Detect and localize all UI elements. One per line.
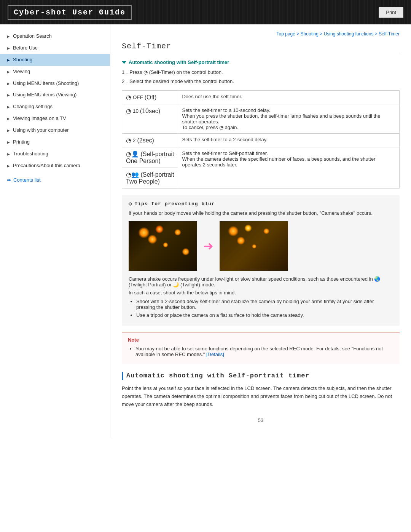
page-number: 53 (122, 411, 400, 426)
list-item: You may not be able to set some function… (135, 346, 393, 357)
triangle-icon (122, 61, 126, 64)
note-box: Note You may not be able to set some fun… (122, 332, 400, 364)
bottom-section-title: Automatic shooting with Self-portrait ti… (122, 372, 400, 380)
tips-text1: If your hands or body moves while holdin… (129, 210, 393, 216)
print-button[interactable]: Print (379, 7, 403, 18)
table-cell-desc: Does not use the self-timer. (178, 91, 400, 104)
sidebar-item-operation-search[interactable]: ▶ Operation Search (0, 30, 110, 42)
breadcrumb-current: Self-Timer (379, 31, 400, 37)
sidebar-item-shooting[interactable]: ▶ Shooting (0, 54, 110, 66)
breadcrumb-sep1: > (295, 31, 301, 37)
light-dot (138, 227, 150, 238)
photo-before (129, 221, 197, 271)
breadcrumb-sep2: > (319, 31, 324, 37)
sidebar-label: Before Use (13, 45, 38, 51)
step-2: 2．Select the desired mode with the contr… (122, 78, 400, 85)
light-dot (228, 226, 239, 236)
table-cell-icon: ◔👤 (Self-portraitOne Person) (122, 147, 178, 168)
sidebar-label: Troubleshooting (13, 151, 48, 157)
list-item: Shoot with a 2-second delay self-timer a… (136, 299, 393, 310)
breadcrumb-using[interactable]: Using shooting functions (324, 31, 374, 37)
sidebar-item-menu-shooting[interactable]: ▶ Using MENU items (Shooting) (0, 78, 110, 89)
sidebar-label: Precautions/About this camera (13, 163, 80, 169)
sidebar-label: Shooting (13, 57, 32, 63)
note-list: You may not be able to set some function… (135, 346, 393, 357)
breadcrumb-top[interactable]: Top page (277, 31, 295, 37)
arrow-icon: ▶ (7, 128, 10, 133)
sidebar-item-computer[interactable]: ▶ Using with your computer (0, 125, 110, 136)
tips-text3: In such a case, shoot with the below tip… (129, 290, 393, 296)
main-content: Top page > Shooting > Using shooting fun… (110, 24, 411, 438)
arrow-icon: ▶ (7, 81, 10, 86)
light-dot (174, 229, 181, 236)
sidebar-label: Using with your computer (13, 127, 69, 134)
table-cell-icon: ◔OFF (Off) (122, 91, 178, 104)
arrow-right-icon: ➡ (7, 177, 11, 183)
auto-portrait-heading: Automatic shooting with Self-portrait ti… (122, 59, 400, 65)
breadcrumb-sep3: > (373, 31, 379, 37)
page-body: ▶ Operation Search ▶ Before Use ▶ Shooti… (0, 24, 411, 438)
app-title: Cyber-shot User Guide (8, 5, 132, 20)
table-cell-desc: Sets the self-timer to a 2-second delay. (178, 134, 400, 147)
contents-list-link[interactable]: ➡ Contents list (0, 173, 110, 187)
self-portrait-two-icon: ◔👥 (Self-portraitTwo People) (126, 171, 174, 185)
gear-icon: ⚙ (129, 201, 132, 207)
light-dot (155, 225, 164, 233)
tips-box: ⚙ Tips for preventing blur If your hands… (122, 195, 400, 326)
tips-text2: Camera shake occurs frequently under low… (129, 276, 393, 288)
light-dot (182, 248, 190, 256)
details-link[interactable]: [Details] (206, 351, 224, 357)
arrow-icon: ▶ (7, 69, 10, 74)
auto-portrait-label: Automatic shooting with Self-portrait ti… (129, 59, 229, 65)
light-dot (244, 224, 252, 232)
arrow-icon: ▶ (7, 163, 10, 168)
sidebar-label: Viewing (13, 69, 30, 75)
light-dot (252, 244, 256, 249)
tips-bullet-list: Shoot with a 2-second delay self-timer a… (136, 299, 393, 318)
self-portrait-one-icon: ◔👤 (Self-portraitOne Person) (126, 150, 174, 165)
arrow-icon: ▶ (7, 93, 10, 97)
sidebar-item-changing-settings[interactable]: ▶ Changing settings (0, 101, 110, 113)
table-row: ◔👤 (Self-portraitOne Person) Sets the se… (122, 147, 400, 168)
sidebar-item-printing[interactable]: ▶ Printing (0, 136, 110, 148)
photo-lights-after (220, 221, 288, 271)
sidebar-label: Changing settings (13, 104, 53, 110)
table-cell-icon: ◔👥 (Self-portraitTwo People) (122, 168, 178, 189)
arrow-icon: ▶ (7, 46, 10, 51)
light-dot (237, 236, 245, 245)
light-dot (163, 242, 168, 248)
arrow-icon: ▶ (7, 140, 10, 145)
sidebar-item-before-use[interactable]: ▶ Before Use (0, 42, 110, 54)
sidebar-label: Using MENU items (Shooting) (13, 80, 79, 87)
off-icon: ◔OFF (Off) (126, 94, 156, 101)
arrow-right-pink-icon: ➜ (203, 239, 213, 253)
step-1: 1．Press ◔ (Self-Timer) on the control bu… (122, 69, 400, 76)
table-row: ◔OFF (Off) Does not use the self-timer. (122, 91, 400, 104)
sidebar-item-troubleshooting[interactable]: ▶ Troubleshooting (0, 148, 110, 160)
bottom-section-text: Point the lens at yourself so your face … (122, 385, 400, 408)
table-row: ◔10 (10sec) Sets the self-timer to a 10-… (122, 104, 400, 134)
tips-title-label: Tips for preventing blur (134, 201, 215, 207)
sidebar-label: Printing (13, 139, 30, 145)
timer-table: ◔OFF (Off) Does not use the self-timer. … (122, 90, 400, 189)
contents-link-label: Contents list (13, 177, 41, 183)
images-row: ➜ (129, 221, 393, 271)
breadcrumb-shooting[interactable]: Shooting (301, 31, 319, 37)
breadcrumb: Top page > Shooting > Using shooting fun… (122, 31, 400, 37)
sidebar-label: Viewing images on a TV (13, 115, 66, 122)
sidebar-label: Using MENU items (Viewing) (13, 92, 76, 98)
sidebar-item-precautions[interactable]: ▶ Precautions/About this camera (0, 160, 110, 172)
sidebar-item-menu-viewing[interactable]: ▶ Using MENU items (Viewing) (0, 89, 110, 101)
list-item: Use a tripod or place the camera on a fl… (136, 312, 393, 318)
sidebar-item-viewing-tv[interactable]: ▶ Viewing images on a TV (0, 113, 110, 125)
arrow-icon: ▶ (7, 152, 10, 157)
light-dot (263, 228, 269, 234)
sidebar: ▶ Operation Search ▶ Before Use ▶ Shooti… (0, 24, 110, 438)
arrow-icon: ▶ (7, 104, 10, 109)
sidebar-label: Operation Search (13, 33, 52, 40)
sidebar-item-viewing[interactable]: ▶ Viewing (0, 66, 110, 78)
note-title: Note (128, 337, 393, 343)
page-title: Self-Timer (122, 42, 400, 54)
photo-lights-before (129, 221, 197, 271)
10sec-icon: ◔10 (10sec) (126, 107, 160, 115)
